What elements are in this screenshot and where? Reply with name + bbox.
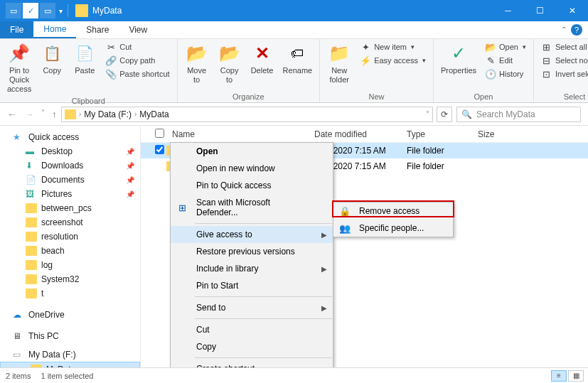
copy-to-button[interactable]: 📂Copy to [215,41,245,86]
open-icon: 📂 [485,41,496,53]
rename-button[interactable]: 🏷Rename [280,41,316,77]
col-date[interactable]: Date modified [309,129,401,139]
col-name[interactable]: Name [166,129,309,139]
qat-dropdown-icon[interactable]: ▾ [57,7,65,15]
sidebar-documents[interactable]: 📄Documents📌 [0,173,140,187]
sidebar-my-data[interactable]: ▭My Data (F:) [0,347,140,362]
new-item-button[interactable]: ✦New item▾ [357,41,429,53]
delete-button[interactable]: ✕Delete [247,41,277,77]
menu-give-access-to[interactable]: Give access to▶ [171,226,333,243]
up-button[interactable]: ↑ [52,109,57,120]
submenu-remove-access[interactable]: 🔒Remove access [333,203,453,220]
window-title: MyData [92,6,122,16]
maximize-button[interactable]: ☐ [524,0,556,21]
sidebar-log[interactable]: log [0,258,140,272]
tab-share[interactable]: Share [76,21,119,38]
folder-icon [26,288,37,298]
ribbon-collapse-icon[interactable]: ⌃ [561,26,567,33]
sidebar-beach[interactable]: beach [0,244,140,258]
move-to-icon: 📂 [186,42,208,65]
sidebar-quick-access[interactable]: ★Quick access [0,130,140,144]
tab-view[interactable]: View [119,21,157,38]
folder-icon [26,246,37,256]
easy-access-button[interactable]: ⚡Easy access▾ [357,54,429,67]
address-seg-2[interactable]: MyData [139,109,169,119]
menu-include-in-library[interactable]: Include in library▶ [171,260,333,277]
sidebar-downloads[interactable]: ⬇Downloads📌 [0,158,140,173]
sidebar-screenshot[interactable]: screenshot [0,215,140,230]
invert-icon: ⊡ [541,68,552,80]
help-button[interactable]: ? [571,24,582,36]
chevron-icon[interactable]: › [79,110,81,118]
qat-icon-1[interactable]: ▭ [6,3,21,18]
history-button[interactable]: 🕑History [482,68,529,80]
paste-icon: 📄 [73,42,96,65]
tab-file[interactable]: File [0,21,33,38]
menu-copy[interactable]: Copy [171,338,333,355]
back-button[interactable]: ← [7,109,17,120]
copy-button[interactable]: 📋 Copy [37,41,67,77]
disk-icon: ▭ [13,350,24,360]
sidebar-resolution[interactable]: resolution [0,230,140,244]
sidebar-t[interactable]: t [0,286,140,301]
paste-button[interactable]: 📄 Paste [70,41,100,77]
copy-to-icon: 📂 [218,42,241,65]
menu-cut[interactable]: Cut [171,321,333,338]
move-to-button[interactable]: 📂Move to [182,41,212,86]
edit-button[interactable]: ✎Edit [482,54,529,67]
search-box[interactable]: 🔍 Search MyData [456,107,581,122]
view-large-icons-button[interactable]: ▦ [568,370,584,382]
new-folder-button[interactable]: 📁New folder [324,41,354,86]
menu-open-new-window[interactable]: Open in new window [171,160,333,177]
sidebar-system32[interactable]: System32 [0,272,140,286]
quick-access-toolbar: ▭ ✓ ▭ ▾ [0,3,65,18]
select-none-button[interactable]: ⊟Select none [538,54,588,67]
chevron-right-icon: ▶ [321,265,327,273]
menu-pin-quick-access[interactable]: Pin to Quick access [171,177,333,194]
invert-selection-button[interactable]: ⊡Invert selection [538,68,588,80]
col-type[interactable]: Type [401,129,472,139]
qat-icon-3[interactable]: ▭ [40,3,55,18]
address-dropdown-icon[interactable]: ˅ [426,110,429,118]
select-all-button[interactable]: ⊞Select all [538,41,588,53]
submenu-specific-people[interactable]: 👥Specific people... [333,220,453,237]
menu-scan-defender[interactable]: ⊞Scan with Microsoft Defender... [171,194,333,221]
sidebar-this-pc[interactable]: 🖥This PC [0,329,140,343]
chevron-icon[interactable]: › [134,110,137,118]
menu-pin-to-start[interactable]: Pin to Start [171,277,333,294]
cut-button[interactable]: ✂Cut [102,41,172,53]
minimize-button[interactable]: ─ [492,0,524,21]
sidebar-onedrive[interactable]: ☁OneDrive [0,308,140,322]
sidebar-between-pcs[interactable]: between_pcs [0,201,140,215]
sidebar-desktop[interactable]: ▬Desktop📌 [0,144,140,158]
close-button[interactable]: ✕ [556,0,588,21]
pc-icon: 🖥 [13,331,24,341]
menu-send-to[interactable]: Send to▶ [171,299,333,316]
sidebar-pictures[interactable]: 🖼Pictures📌 [0,187,140,201]
refresh-button[interactable]: ⟳ [437,107,452,122]
status-bar: 2 items 1 item selected ≡ ▦ [0,367,588,383]
view-details-button[interactable]: ≡ [551,370,567,382]
sidebar-mydata[interactable]: MyData [0,362,140,367]
col-size[interactable]: Size [472,129,529,139]
folder-icon [26,203,37,213]
forward-button[interactable]: → [24,109,34,120]
qat-icon-2[interactable]: ✓ [23,3,38,18]
open-button[interactable]: 📂Open▾ [482,41,529,53]
address-bar[interactable]: › My Data (F:) › MyData ˅ [61,107,433,122]
select-all-checkbox[interactable] [155,129,164,138]
copy-icon: 📋 [41,42,63,65]
tab-home[interactable]: Home [33,21,76,38]
search-icon: 🔍 [461,109,472,119]
address-seg-1[interactable]: My Data (F:) [84,109,132,119]
recent-dropdown[interactable]: ˅ [41,109,45,120]
row-checkbox[interactable] [155,145,164,154]
pictures-icon: 🖼 [26,189,37,199]
properties-button[interactable]: ✓Properties [438,41,479,77]
copy-path-button[interactable]: 🔗Copy path [102,54,172,67]
downloads-icon: ⬇ [26,161,37,171]
paste-shortcut-button[interactable]: 📎Paste shortcut [102,68,172,80]
pin-to-quick-access-button[interactable]: 📌 Pin to Quick access [4,41,34,96]
menu-open[interactable]: Open [171,143,333,160]
menu-restore-previous[interactable]: Restore previous versions [171,243,333,260]
